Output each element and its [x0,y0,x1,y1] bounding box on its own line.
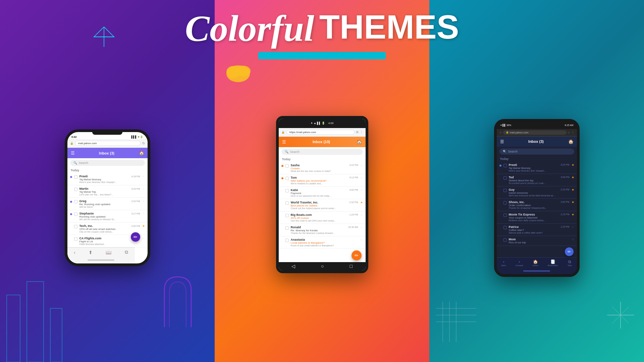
checkbox-shoes[interactable] [503,201,507,204]
email-item-guy[interactable]: Guy 2:15 PM Game tomorrow We'll see ever… [497,186,577,199]
refresh-icon-left[interactable]: ↻ [142,141,145,145]
star-preeti-r[interactable]: ★ [572,163,574,167]
email-item-martin[interactable]: Martin 3:25 PM Taj Mahal Trip Let's plan… [67,185,148,198]
email-time-bigboats: 1:25 PM [349,214,358,216]
email-item-mom[interactable]: Mom Pics of our trip ☆ [497,236,577,246]
android-home-btn[interactable]: ○ [321,263,324,269]
checkbox-ronald[interactable] [285,226,289,230]
email-item-shoes[interactable]: Shoes, Inc. 2:00 PM Order confirmation T… [497,199,577,211]
email-item-sasha[interactable]: Sasha 4:22 PM Cruises What are the top r… [279,162,366,174]
checkbox-tom[interactable] [285,177,289,180]
hamburger-icon-right[interactable]: ☰ [500,139,504,144]
star-guy[interactable]: ★ [572,188,574,191]
checkbox-patrice[interactable] [503,226,507,229]
url-bar-right[interactable]: 🔒 mail.yahoo.com [503,130,567,135]
star-patrice[interactable]: ☆ [572,225,574,229]
hamburger-icon-center[interactable]: ☰ [282,139,286,144]
star-flights[interactable]: ☆ [142,237,145,240]
email-preview-stephanie: We will be meeting on Mission St... [79,218,140,221]
nav-share-left[interactable]: ⬆ [89,250,93,255]
compose-fab-right[interactable]: ✏ [565,247,574,256]
star-sasha[interactable]: ☆ [360,164,363,167]
star-katie[interactable]: ☆ [360,188,363,192]
checkbox-greg[interactable] [74,200,77,203]
checkbox-preeti-r[interactable] [503,164,507,167]
checkbox-movietix[interactable] [503,214,507,217]
star-anastasia[interactable]: ☆ [360,238,363,241]
email-item-tom[interactable]: Tom 4:12 PM Wild Safaris you recommend? … [279,174,366,187]
star-worldtraveler[interactable]: ★ [360,201,363,204]
search-bar-right[interactable]: 🔍 Search [499,148,574,155]
checkbox-worldtraveler[interactable] [285,201,289,205]
star-mom[interactable]: ☆ [572,238,574,241]
star-ted[interactable]: ★ [572,176,574,179]
search-bar-center[interactable]: 🔍 Search [281,149,363,155]
email-from-anastasia: Anastasia [291,238,305,241]
nav-tabs-right[interactable]: ⧉ Tabs [568,259,572,266]
url-text-center: https://mail.yahoo.com [289,131,316,134]
checkbox-mom[interactable] [503,238,507,242]
email-preview-shoes: Thanks for shopping! Shipping info... [509,207,570,209]
nav-bookmarks-left[interactable]: 📖 [106,250,111,255]
checkbox-preeti[interactable] [74,175,77,179]
compose-fab-left[interactable]: ✏ [131,232,140,242]
checkbox-flights[interactable] [74,237,77,241]
fab-container-center: ✏ [279,249,366,262]
more-icon-center[interactable]: ⋮ [360,130,363,134]
checkbox-anastasia[interactable] [285,239,289,242]
home-icon-left[interactable]: 🏠 [139,150,144,156]
home-icon-right[interactable]: 🏠 [568,139,574,144]
email-item-patrice[interactable]: Patrice 1:15 PM Coffee later? Wanna grab… [497,224,577,236]
star-shoes[interactable]: ★ [572,200,574,204]
email-preview-anastasia: Know of any small eateries in Bangalore? [291,244,358,247]
checkbox-guy[interactable] [503,189,507,192]
star-movietix[interactable]: ★ [572,213,574,216]
email-item-preeti-right[interactable]: Preeti 3:25 PM Taj Mahal Itinerary Here'… [497,162,577,174]
compose-fab-center[interactable]: ✏ [352,250,362,260]
nav-bookmarks-right[interactable]: 📑 Bookmarks [548,259,558,266]
checkbox-ted[interactable] [503,176,507,180]
star-greg[interactable]: ☆ [142,199,145,203]
refresh-right[interactable]: ○ [568,131,570,134]
checkbox-bigboats[interactable] [285,214,289,217]
email-item-anastasia[interactable]: Anastasia Local eateries in Bangalore? K… [279,236,366,249]
checkbox-martin[interactable] [74,188,77,191]
email-item-preeti-left[interactable]: Preeti 4:18 PM Taj Mahal Itinerary Here'… [67,173,148,185]
tabs-icon-center[interactable]: ⧉ [356,130,358,134]
home-icon-center[interactable]: 🏠 [357,139,362,144]
android-back-btn[interactable]: ◁ [291,263,295,269]
nav-tabs-left[interactable]: ⧉ [125,249,128,255]
email-item-stephanie[interactable]: Stephanie 3:17 PM Running club updated W… [67,210,148,223]
checkbox-katie[interactable] [285,189,289,192]
email-item-bigboats[interactable]: Big Boats.com 1:25 PM 20% off cruises Us… [279,212,366,224]
url-bar-center[interactable]: https://mail.yahoo.com [286,130,355,135]
nav-home-right[interactable]: 🏠 Home [533,259,538,266]
star-stephanie[interactable]: ☆ [142,212,145,215]
nav-forward-right[interactable]: › Forward [516,259,523,266]
checkbox-stephanie[interactable] [74,213,77,216]
email-item-ted[interactable]: Ted 3:06 PM Stoked about the trip So exc… [497,174,577,186]
checkbox-tech[interactable] [74,225,77,228]
email-item-greg[interactable]: Greg 3:20 PM Re: Running club updated Wi… [67,198,148,210]
deco-cloud-center [225,60,252,84]
hamburger-icon-left[interactable]: ☰ [71,150,75,156]
nav-back-right[interactable]: ‹ Back [501,259,506,266]
star-preeti[interactable]: ☆ [142,175,145,178]
star-tom[interactable]: ☆ [360,176,363,179]
star-tech[interactable]: ★ [142,224,145,228]
android-recent-btn[interactable]: □ [350,263,353,269]
status-bar-center: ✦ ▲ ▌▌ 🔋 4:09 [279,119,366,128]
checkbox-sasha[interactable] [285,164,289,168]
email-item-movietix[interactable]: Movie Tix Express 2:15 PM Your coupon is… [497,211,577,224]
email-item-worldtraveler[interactable]: World Traveler, Inc. 2:32 PM Best places… [279,199,366,212]
star-bigboats[interactable]: ☆ [360,213,363,217]
star-ronald[interactable]: ☆ [360,226,363,229]
android-bottom-nav: ◁ ○ □ [279,262,366,270]
email-item-katie[interactable]: Katie 4:00 PM Payment Here is our paymen… [279,187,366,199]
email-item-ronald[interactable]: Ronald 10:30 AM Re: Itinerary for Kerala… [279,224,366,236]
star-martin[interactable]: ☆ [142,187,145,190]
nav-back-left[interactable]: ‹ [74,250,75,255]
url-bar-left[interactable]: mail.yahoo.com [75,141,141,146]
more-right[interactable]: ⋮ [571,131,574,134]
search-bar-left[interactable]: 🔍 Search [70,160,145,166]
